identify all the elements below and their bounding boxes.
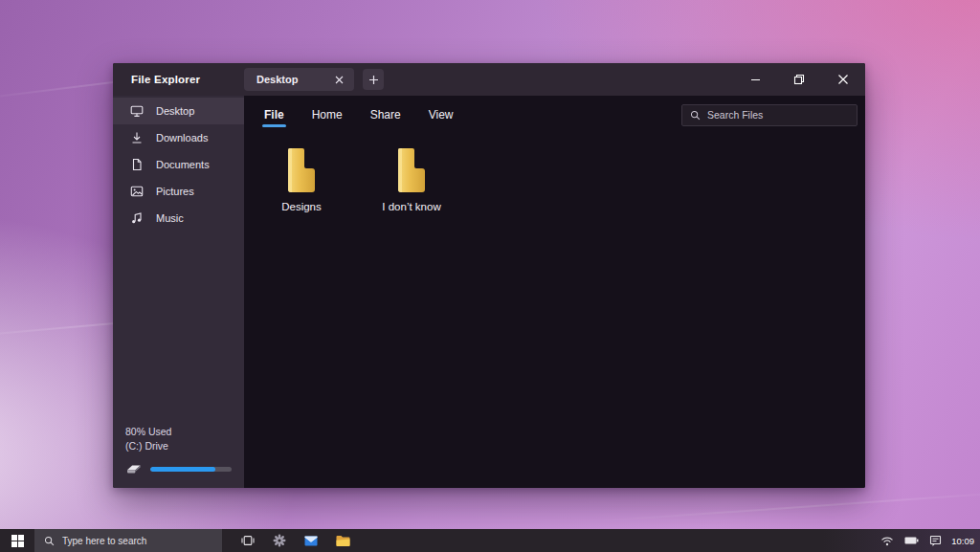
folder-icon (282, 146, 321, 194)
sidebar-nav: Desktop Downloads Documents (113, 96, 244, 232)
close-button[interactable] (821, 63, 865, 96)
tab-label: Desktop (256, 74, 331, 85)
drive-usage-bar (150, 467, 232, 472)
file-explorer-window: File Explorer Desktop (113, 63, 865, 488)
hard-drive-icon (125, 462, 143, 475)
tab-desktop[interactable]: Desktop (244, 68, 354, 91)
minimize-button[interactable] (733, 63, 777, 96)
new-tab-button[interactable] (363, 69, 384, 90)
close-icon (837, 74, 849, 85)
sidebar: Desktop Downloads Documents (113, 96, 244, 488)
sidebar-item-label: Downloads (156, 132, 208, 144)
sidebar-item-documents[interactable]: Documents (113, 151, 244, 178)
file-search-input[interactable] (707, 109, 849, 121)
settings-button[interactable] (268, 529, 291, 552)
search-icon (44, 536, 55, 546)
ribbon-tab-home[interactable]: Home (311, 105, 344, 124)
download-icon (130, 131, 144, 144)
task-view-button[interactable] (236, 529, 259, 552)
sidebar-item-pictures[interactable]: Pictures (113, 178, 244, 205)
windows-logo-icon (11, 535, 24, 547)
ribbon-tab-share[interactable]: Share (369, 105, 402, 124)
sidebar-item-label: Desktop (156, 105, 194, 117)
window-titlebar[interactable]: File Explorer Desktop (113, 63, 865, 96)
action-center-icon[interactable] (927, 533, 943, 548)
file-browser-content: File Home Share View (244, 96, 865, 488)
task-view-icon (241, 534, 255, 547)
file-search-box[interactable] (681, 104, 858, 126)
sidebar-item-label: Documents (156, 159, 210, 170)
system-tray: 10:09 (880, 533, 980, 548)
wifi-icon[interactable] (880, 533, 895, 548)
monitor-icon (130, 104, 144, 118)
drive-progress-fill (150, 467, 215, 472)
wallpaper-streak (593, 490, 980, 522)
music-icon (130, 211, 144, 225)
storage-used-label: 80% Used (125, 425, 232, 439)
file-grid: Designs I don’t know (244, 134, 865, 212)
minimize-icon (750, 75, 761, 85)
ribbon-tab-view[interactable]: View (428, 105, 455, 124)
folder-designs[interactable]: Designs (265, 146, 338, 212)
mail-icon (304, 535, 318, 547)
sidebar-item-label: Pictures (156, 186, 194, 197)
close-icon (335, 76, 344, 84)
folder-name: I don’t know (382, 201, 440, 212)
file-explorer-icon (336, 535, 350, 547)
window-controls (733, 63, 865, 96)
restore-icon (793, 74, 805, 85)
sidebar-item-music[interactable]: Music (113, 205, 244, 232)
taskbar-clock[interactable]: 10:09 (951, 536, 974, 546)
app-title: File Explorer (113, 74, 244, 85)
storage-drive-label: (C:) Drive (125, 439, 232, 453)
tab-close-button[interactable] (331, 72, 346, 87)
taskbar-icons (236, 529, 354, 552)
search-icon (690, 110, 701, 121)
folder-name: Designs (281, 201, 322, 212)
plus-icon (368, 75, 379, 85)
sidebar-item-downloads[interactable]: Downloads (113, 124, 244, 151)
document-icon (130, 158, 144, 171)
gear-icon (273, 534, 286, 547)
sidebar-item-label: Music (156, 212, 184, 224)
taskbar-search-input[interactable] (62, 536, 212, 546)
mail-button[interactable] (300, 529, 323, 552)
desktop-background: File Explorer Desktop (0, 0, 980, 552)
start-button[interactable] (0, 529, 34, 552)
file-explorer-taskbar-button[interactable] (331, 529, 354, 552)
sidebar-item-desktop[interactable]: Desktop (113, 98, 244, 124)
drive-storage-panel: 80% Used (C:) Drive (113, 425, 244, 488)
battery-icon[interactable] (903, 533, 919, 548)
taskbar-search-box[interactable] (34, 529, 222, 552)
picture-icon (130, 185, 144, 198)
ribbon-tab-file[interactable]: File (263, 105, 285, 124)
restore-button[interactable] (777, 63, 821, 96)
taskbar: 10:09 (0, 529, 980, 552)
folder-icon (392, 146, 431, 194)
ribbon-bar: File Home Share View (244, 96, 865, 134)
folder-i-dont-know[interactable]: I don’t know (375, 146, 448, 212)
